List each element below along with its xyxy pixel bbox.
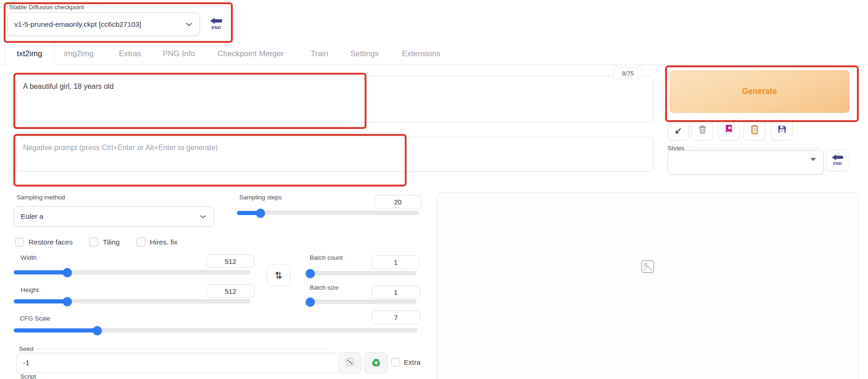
svg-text:END: END xyxy=(833,161,842,166)
chevron-down-icon xyxy=(200,212,206,221)
batch-count-slider[interactable] xyxy=(306,269,416,278)
sampling-steps-input[interactable] xyxy=(374,195,421,209)
hires-fix-label: Hires. fix xyxy=(150,238,177,246)
slider-thumb[interactable] xyxy=(256,209,265,218)
end-arrow-refresh-icon: END xyxy=(209,16,224,32)
height-slider[interactable] xyxy=(14,297,250,306)
prompt-input[interactable]: A beautiful girl, 18 years old xyxy=(16,76,654,122)
width-label: Width xyxy=(21,254,37,261)
cfg-scale-label: CFG Scale xyxy=(20,315,50,322)
stable-diffusion-webui: Stable Diffusion checkpoint v1-5-pruned-… xyxy=(0,0,868,379)
styles-label-rule xyxy=(691,148,821,148)
token-counter: 8/75 xyxy=(613,67,643,79)
sampling-method-select[interactable]: Euler a xyxy=(14,206,214,227)
save-style-button[interactable] xyxy=(771,120,793,140)
checkpoint-refresh-button[interactable]: END xyxy=(207,15,225,33)
output-gallery-panel xyxy=(437,192,859,379)
sampling-method-value: Euler a xyxy=(14,212,43,221)
script-label: Script xyxy=(20,373,36,379)
batch-count-input[interactable] xyxy=(372,255,420,269)
width-input[interactable] xyxy=(207,254,254,268)
dice-icon xyxy=(345,357,355,369)
width-slider[interactable] xyxy=(14,268,250,277)
slider-thumb[interactable] xyxy=(63,297,72,306)
recycle-icon: ♻ xyxy=(371,358,381,368)
cfg-scale-input[interactable] xyxy=(372,310,420,324)
checkpoint-label: Stable Diffusion checkpoint xyxy=(9,4,84,11)
batch-size-input[interactable] xyxy=(372,285,420,299)
floppy-save-icon xyxy=(777,124,787,136)
restore-faces-label: Restore faces xyxy=(29,238,73,246)
checkpoint-value: v1-5-pruned-emaonly.ckpt [cc6cb27103] xyxy=(8,20,141,29)
checkpoint-select[interactable]: v1-5-pruned-emaonly.ckpt [cc6cb27103] xyxy=(7,12,200,36)
height-input[interactable] xyxy=(207,284,254,298)
batch-size-slider[interactable] xyxy=(306,297,416,307)
tiling-checkbox[interactable] xyxy=(89,238,98,246)
styles-select[interactable] xyxy=(667,150,824,175)
sampling-steps-slider[interactable] xyxy=(237,209,419,218)
sampling-steps-label: Sampling steps xyxy=(239,194,282,201)
tab-png-info[interactable]: PNG Info xyxy=(163,49,195,58)
restore-faces-checkbox[interactable] xyxy=(15,238,24,246)
apply-styles-button[interactable] xyxy=(744,120,765,140)
end-arrow-refresh-icon: END xyxy=(831,152,844,168)
height-label: Height xyxy=(21,286,39,293)
hires-fix-checkbox[interactable] xyxy=(136,238,145,246)
tab-txt2img[interactable]: txt2img xyxy=(5,42,54,65)
styles-refresh-button[interactable]: END xyxy=(826,149,849,171)
random-seed-button[interactable] xyxy=(338,352,361,373)
negative-prompt-input[interactable] xyxy=(16,137,654,172)
extra-seed-label: Extra xyxy=(404,358,420,367)
clipboard-icon xyxy=(750,124,759,136)
tab-checkpoint-merger[interactable]: Checkpoint Merger xyxy=(218,49,284,58)
seed-label: Seed xyxy=(19,345,34,352)
slider-thumb[interactable] xyxy=(63,268,72,277)
paste-generation-params-button[interactable]: ↙ xyxy=(667,120,689,140)
paste-arrow-icon: ↙ xyxy=(674,126,682,135)
tiling-label: Tiling xyxy=(103,238,119,246)
clear-prompt-button[interactable] xyxy=(691,120,713,140)
tab-img2img[interactable]: img2img xyxy=(64,49,94,58)
generate-button[interactable]: Generate xyxy=(669,70,850,113)
batch-size-label: Batch size xyxy=(310,284,338,291)
slider-thumb[interactable] xyxy=(306,269,315,278)
checkpoint-label-rule xyxy=(105,7,195,7)
chevron-down-icon xyxy=(186,20,192,29)
swap-width-height-button[interactable]: ⇅ xyxy=(267,264,290,286)
tab-extras[interactable]: Extras xyxy=(119,49,141,58)
tab-extensions[interactable]: Extensions xyxy=(402,49,440,58)
extra-seed-checkbox[interactable] xyxy=(391,358,400,367)
extra-networks-button[interactable] xyxy=(718,120,739,140)
seed-input[interactable] xyxy=(16,353,339,373)
cfg-scale-slider[interactable] xyxy=(14,326,417,335)
reuse-seed-button[interactable]: ♻ xyxy=(364,352,388,373)
swap-arrows-icon: ⇅ xyxy=(275,271,283,280)
tab-train[interactable]: Train xyxy=(311,49,328,58)
slider-thumb[interactable] xyxy=(93,326,102,335)
batch-count-label: Batch count xyxy=(310,254,342,261)
seed-label-rule xyxy=(37,349,331,349)
svg-text:END: END xyxy=(212,25,221,30)
flower-card-icon xyxy=(724,124,733,136)
tab-settings[interactable]: Settings xyxy=(350,49,378,58)
slider-thumb[interactable] xyxy=(306,297,315,307)
caret-down-icon xyxy=(810,158,816,161)
trash-icon xyxy=(697,124,708,136)
sampling-method-label: Sampling method xyxy=(17,194,65,201)
image-placeholder-icon xyxy=(641,260,655,275)
